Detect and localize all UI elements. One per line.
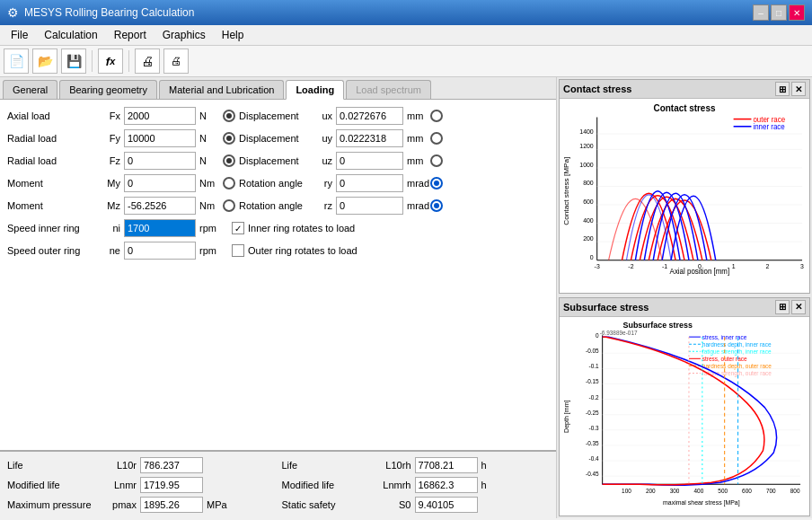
contact-restore-button[interactable]: ⊞ [775, 82, 790, 96]
svg-text:hardness depth, outer race: hardness depth, outer race [702, 363, 772, 370]
label-outer-ring-rotates: Outer ring rotates to load [248, 245, 357, 256]
radio-mz-right[interactable] [430, 199, 443, 212]
label-radial-load-fy: Radial load [7, 133, 97, 144]
radio-mz-left[interactable] [223, 199, 235, 212]
contact-stress-title: Contact stress [563, 84, 773, 94]
left-panel: General Bearing geometry Material and Lu… [0, 77, 557, 518]
toolbar-separator [92, 50, 93, 72]
subsurface-stress-svg: Subsurface stress -6.93889e-017 stress, … [560, 317, 809, 516]
radio-fy-right[interactable] [430, 132, 443, 145]
stat-val-l10r[interactable] [140, 457, 203, 473]
input-mz[interactable] [124, 197, 196, 215]
var-rz: rz [314, 200, 332, 211]
tab-loading[interactable]: Loading [286, 80, 344, 100]
tab-load-spectrum[interactable]: Load spectrum [346, 80, 431, 99]
svg-text:200: 200 [646, 488, 656, 494]
stat-val-lnmrh[interactable] [415, 477, 478, 493]
stat-val-s0[interactable] [415, 497, 478, 513]
stat-var-s0: S0 [375, 499, 411, 510]
radio-my-left[interactable] [223, 177, 235, 189]
svg-text:fatigue strength, inner race: fatigue strength, inner race [702, 348, 772, 356]
var-ry: ry [314, 178, 332, 189]
menu-graphics[interactable]: Graphics [155, 27, 213, 43]
svg-text:200: 200 [583, 235, 594, 242]
svg-text:-6.93889e-017: -6.93889e-017 [600, 330, 638, 336]
var-fz: Fz [101, 155, 120, 166]
form-row-my: Moment My Nm Rotation angle ry mrad [7, 174, 549, 192]
subsurface-restore-button[interactable]: ⊞ [775, 300, 790, 314]
formula-button[interactable]: fx [98, 48, 123, 74]
label-speed-outer: Speed outer ring [7, 245, 97, 256]
label-inner-ring-rotates: Inner ring rotates to load [248, 223, 355, 234]
unit-fz: N [199, 155, 219, 166]
contact-close-button[interactable]: ✕ [791, 82, 806, 96]
label-speed-inner: Speed inner ring [7, 223, 97, 234]
new-button[interactable]: 📄 [4, 48, 29, 74]
tab-material[interactable]: Material and Lubrication [159, 80, 284, 99]
menu-calculation[interactable]: Calculation [37, 27, 104, 43]
radio-fz-left[interactable] [223, 154, 235, 167]
stat-var-l10rh: L10rh [375, 460, 411, 471]
input-fz[interactable] [124, 152, 196, 170]
label-displacement-ux: Displacement [239, 110, 311, 121]
minimize-button[interactable]: – [753, 4, 769, 21]
checkbox-outer-ring[interactable] [232, 244, 244, 257]
menu-report[interactable]: Report [107, 27, 154, 43]
input-fx[interactable] [124, 107, 196, 125]
stat-val-lnmr[interactable] [140, 477, 203, 493]
checkbox-inner-ring[interactable] [232, 222, 244, 234]
unit-fy: N [199, 133, 219, 144]
input-rz[interactable] [336, 197, 403, 215]
bottom-stats: Life L10r Modified life Lnmr Maximum pre… [0, 450, 556, 518]
print-preview-button[interactable]: 🖨 [135, 48, 160, 74]
radio-fy-left[interactable] [223, 132, 235, 145]
input-ne[interactable] [124, 242, 196, 260]
svg-text:500: 500 [718, 488, 728, 494]
input-ry[interactable] [336, 174, 403, 192]
label-displacement-uy: Displacement [239, 133, 311, 144]
print-button[interactable]: 🖨 [163, 48, 189, 74]
tab-bearing-geometry[interactable]: Bearing geometry [59, 80, 157, 99]
svg-text:maximal shear stress [MPa]: maximal shear stress [MPa] [663, 499, 740, 507]
stat-label-modified-life-right: Modified life [282, 480, 372, 490]
svg-text:-0.35: -0.35 [586, 439, 599, 445]
subsurface-close-button[interactable]: ✕ [791, 300, 806, 314]
radio-fx-right[interactable] [430, 110, 443, 122]
app-title: MESYS Rolling Bearing Calculation [24, 6, 747, 19]
input-uy[interactable] [336, 129, 403, 147]
radio-fx-left[interactable] [223, 110, 235, 122]
radio-fz-right[interactable] [430, 154, 443, 167]
input-ni[interactable] [124, 219, 196, 237]
svg-text:-0.45: -0.45 [586, 471, 599, 477]
stat-val-l10rh[interactable] [415, 457, 478, 473]
svg-text:300: 300 [670, 488, 680, 494]
var-uy: uy [314, 133, 332, 144]
unit-ne: rpm [199, 245, 219, 256]
input-uz[interactable] [336, 152, 403, 170]
maximize-button[interactable]: □ [771, 4, 787, 21]
svg-text:0: 0 [596, 332, 599, 339]
stat-label-modified-life: Modified life [7, 480, 97, 490]
tab-general[interactable]: General [3, 80, 57, 99]
input-fy[interactable] [124, 129, 196, 147]
menu-file[interactable]: File [4, 27, 35, 43]
close-button[interactable]: ✕ [789, 4, 805, 21]
open-button[interactable]: 📂 [32, 48, 57, 74]
stat-unit-lnmrh: h [481, 480, 507, 490]
menu-help[interactable]: Help [215, 27, 252, 43]
unit-ux: mm [407, 110, 427, 121]
svg-text:800: 800 [790, 488, 800, 494]
stat-val-pmax[interactable] [140, 497, 203, 513]
svg-text:3: 3 [800, 263, 804, 269]
svg-text:inner race: inner race [753, 123, 785, 131]
input-ux[interactable] [336, 107, 403, 125]
svg-text:-0.1: -0.1 [589, 363, 599, 369]
toolbar-separator2 [128, 50, 129, 72]
svg-text:-0.4: -0.4 [589, 455, 599, 462]
input-my[interactable] [124, 174, 196, 192]
unit-my: Nm [199, 178, 219, 189]
save-button[interactable]: 💾 [61, 48, 86, 74]
subsurface-stress-chart: Subsurface stress ⊞ ✕ Subsurface stress … [559, 297, 810, 516]
radio-my-right[interactable] [430, 177, 443, 189]
contact-stress-svg: Contact stress outer race inner race 0 2… [560, 99, 809, 293]
